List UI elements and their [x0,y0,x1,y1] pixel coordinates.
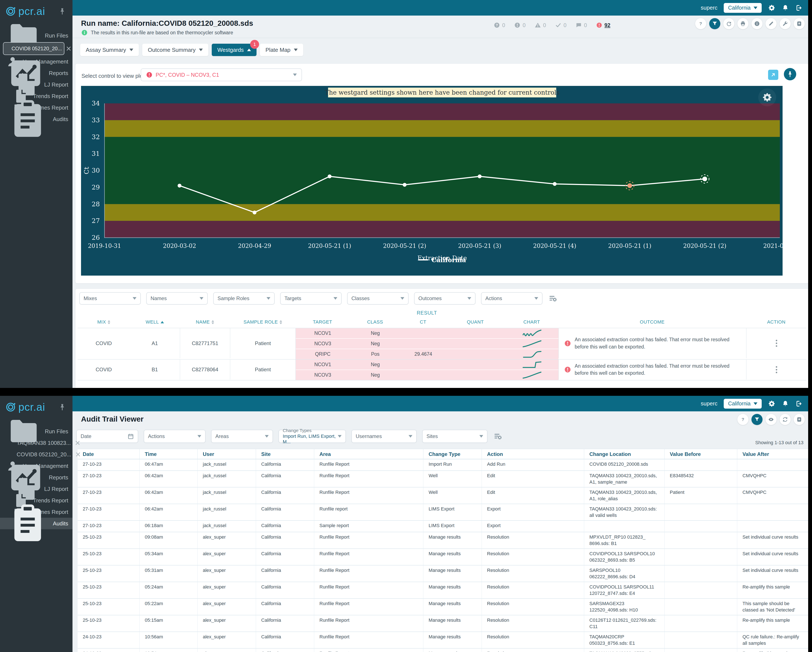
column-value-before[interactable]: Value Before [664,449,737,459]
row-actions-menu[interactable] [774,338,779,349]
audit-row[interactable]: 25-10-2305:31amalex_superCaliforniaRunfi… [78,565,808,582]
download-button[interactable] [794,414,805,425]
column-action[interactable]: ACTION [746,319,806,325]
edit-button[interactable] [766,18,777,29]
sidebar-item-covid8-052120-20[interactable]: COVID8 052120_20... [3,42,64,55]
sidebar-item-run-files[interactable]: Run Files [0,426,72,437]
clear-filters-icon[interactable] [548,294,557,303]
sidebar-item-run-files[interactable]: Run Files [0,30,72,41]
sidebar-pin-icon[interactable] [58,403,66,411]
column-change-location[interactable]: Change Location [584,449,664,459]
filter-date[interactable]: Date [76,430,138,443]
close-icon[interactable] [66,46,72,52]
notifications-icon[interactable] [782,4,789,12]
sort-asc-icon[interactable] [160,321,164,323]
eye-button[interactable] [766,414,777,425]
pin-chart-button[interactable] [784,68,796,80]
help-button[interactable]: ? [695,18,706,29]
filter-change-types[interactable]: Change TypesImport Run, LIMS Export, M..… [278,430,346,443]
sort-icon[interactable] [212,320,214,324]
audit-row[interactable]: 27-10-2306:42amjack_russelCaliforniaRunf… [78,487,808,504]
download-button[interactable] [794,18,805,29]
filter-names[interactable]: Names [146,292,208,305]
sidebar-item-lj-report[interactable]: LJ Report [0,483,72,495]
column-well[interactable]: WELL [130,319,180,325]
audit-row[interactable]: 24-10-2310:56amalex_superCaliforniaRunfi… [78,632,808,649]
sort-icon[interactable] [108,320,110,324]
column-name[interactable]: NAME [180,319,230,325]
column-mix[interactable]: MIX [78,319,130,325]
audit-row[interactable]: 25-10-2305:34amalex_superCaliforniaRunfi… [78,549,808,565]
logout-icon[interactable] [795,400,803,407]
column-outcome[interactable]: OUTCOME [558,319,746,325]
column-quant[interactable]: QUANT [446,319,505,325]
tab-westgards[interactable]: Westgards 1 [212,44,256,56]
column-value-after[interactable]: Value After [737,449,808,459]
site-selector[interactable]: California [724,399,762,408]
expand-chart-button[interactable] [768,70,778,80]
print-button[interactable] [737,18,748,29]
column-action[interactable]: Action [481,449,584,459]
tab-plate-map[interactable]: Plate Map [260,44,303,56]
filter-targets[interactable]: Targets [280,292,342,305]
wrench-button[interactable] [780,18,791,29]
levey-jennings-chart[interactable]: 262728293031323334Ct2019-10-312020-03-02… [81,86,783,276]
column-chart[interactable]: CHART [505,319,558,325]
clear-filters-icon[interactable] [493,432,502,441]
sidebar-item-audits[interactable]: Audits [0,518,72,529]
audit-row[interactable]: 27-10-2306:42amjack_russelCaliforniaRunf… [78,471,808,487]
settings-icon[interactable] [768,4,775,12]
badge-errors[interactable]: 92 [596,22,611,28]
filter-sample-roles[interactable]: Sample Roles [213,292,275,305]
help-button[interactable]: ? [737,414,748,425]
sidebar: pcr.ai Run Files COVID8 052120_20... Use… [0,0,72,388]
row-actions-menu[interactable] [774,364,779,375]
tab-outcome-summary[interactable]: Outcome Summary [142,44,208,56]
sidebar-item-taqman38-100823[interactable]: TAQMAN38 100823... [0,437,72,449]
audit-row[interactable]: 27-10-2306:18amjack_russelCaliforniaSamp… [78,521,808,532]
filter-sites[interactable]: Sites [422,430,487,443]
refresh-button[interactable] [780,414,791,425]
column-sample-role[interactable]: SAMPLE ROLE [230,319,296,325]
sort-icon[interactable] [279,320,282,324]
audit-row[interactable]: 25-10-2305:22amalex_superCaliforniaRunfi… [78,599,808,615]
tab-assay-summary[interactable]: Assay Summary [80,44,139,56]
sidebar-item-lj-report[interactable]: LJ Report [0,79,72,90]
column-target[interactable]: TARGET [296,319,350,325]
logout-icon[interactable] [795,4,803,12]
filter-usernames[interactable]: Usernames [351,430,417,443]
filter-button[interactable] [709,18,720,29]
sidebar-pin-icon[interactable] [58,8,66,15]
site-selector[interactable]: California [724,3,762,13]
filter-outcomes[interactable]: Outcomes [414,292,476,305]
settings-icon[interactable] [768,400,775,407]
filter-classes[interactable]: Classes [347,292,409,305]
column-area[interactable]: Area [314,449,423,459]
filter-areas[interactable]: Areas [211,430,273,443]
column-date[interactable]: Date [78,449,139,459]
column-class[interactable]: CLASS [350,319,401,325]
filter-actions[interactable]: Actions [144,430,206,443]
filter-button[interactable] [751,414,763,425]
column-time[interactable]: Time [139,449,197,459]
close-icon[interactable] [75,440,81,446]
audit-row[interactable]: 24-10-2310:54amalex_superCaliforniaRunfi… [78,649,808,652]
audit-row[interactable]: 25-10-2305:24amalex_superCaliforniaRunfi… [78,582,808,599]
sidebar-item-audits[interactable]: Audits [0,113,72,125]
notifications-icon[interactable] [782,400,789,407]
filter-mixes[interactable]: Mixes [79,292,141,305]
column-ct[interactable]: CT [401,319,446,325]
column-site[interactable]: Site [256,449,314,459]
control-select[interactable]: PC*, COVID – NCOV3, C1 [141,69,302,81]
column-user[interactable]: User [197,449,256,459]
column-change-type[interactable]: Change Type [423,449,481,459]
audit-row[interactable]: 25-10-2305:15amalex_superCaliforniaRunfi… [78,615,808,632]
info-button[interactable] [751,18,763,29]
redo-button[interactable] [723,18,734,29]
audit-row[interactable]: 27-10-2306:47amjack_russelCaliforniaRunf… [78,459,808,471]
close-icon[interactable] [75,451,81,457]
svg-text:29: 29 [92,183,100,191]
audit-row[interactable]: 25-10-2309:08amalex_superCaliforniaRunfi… [78,532,808,549]
filter-actions[interactable]: Actions [481,292,542,305]
audit-row[interactable]: 27-10-2306:42amjack_russelCaliforniaRunf… [78,504,808,521]
